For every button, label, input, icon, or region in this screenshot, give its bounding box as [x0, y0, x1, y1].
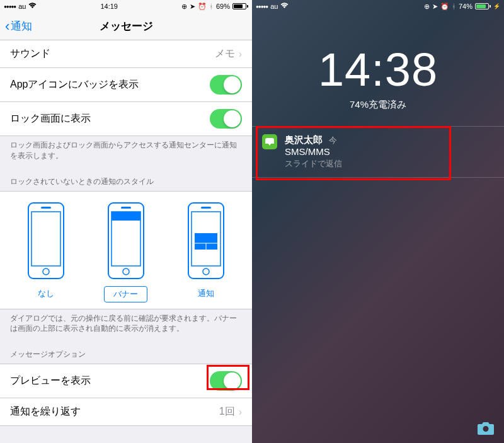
chevron-left-icon: ‹: [5, 18, 9, 35]
style-none-label: なし: [29, 286, 63, 301]
preview-label: プレビューを表示: [10, 374, 91, 388]
svg-rect-3: [41, 207, 51, 209]
charging-icon: ⚡: [493, 3, 500, 9]
battery-pct: 74%: [459, 3, 472, 10]
preview-toggle[interactable]: [210, 371, 242, 391]
alarm-icon: ⏰: [440, 3, 449, 11]
messages-icon: [262, 134, 277, 149]
svg-rect-15: [201, 207, 211, 209]
notif-time: 今: [329, 135, 337, 145]
sound-label: サウンド: [10, 47, 50, 60]
cell-lockscreen[interactable]: ロック画面に表示: [0, 102, 252, 136]
notif-hint: スライドで返信: [285, 158, 342, 170]
lock-screen: ●●●●● au ⊕ ➤ ⏰ ᚼ 74% ⚡ 14:38 74%充電済み: [252, 0, 504, 443]
badge-label: Appアイコンにバッジを表示: [10, 78, 139, 91]
page-title: メッセージ: [0, 19, 252, 33]
location-icon: ➤: [190, 3, 195, 11]
svg-rect-8: [121, 207, 131, 209]
svg-rect-1: [32, 212, 60, 266]
svg-rect-0: [28, 203, 64, 279]
msg-opts-header: メッセージオプション: [0, 340, 252, 364]
style-footer: ダイアログでは、元の操作に戻る前に確認が要求されます。バナーは画面の上部に表示さ…: [0, 309, 252, 341]
cell-badge[interactable]: Appアイコンにバッジを表示: [0, 68, 252, 102]
settings-screen: ●●●●● au 14:19 ⊕ ➤ ⏰ ᚼ 69% ‹ 通知 メッセージ サウ…: [0, 0, 252, 443]
svg-rect-6: [112, 212, 140, 221]
style-none[interactable]: なし: [23, 200, 69, 302]
battery-icon: [232, 3, 248, 9]
style-alert[interactable]: 通知: [183, 200, 229, 302]
style-banner-label: バナー: [104, 286, 147, 302]
notification[interactable]: 奥沢太郎 今 SMS/MMS スライドで返信: [252, 126, 504, 178]
lock-time: 14:38: [252, 43, 504, 96]
signal-dots: ●●●●●: [4, 4, 16, 9]
charging-label: 74%充電済み: [252, 99, 504, 111]
repeat-label: 通知を繰り返す: [10, 405, 81, 418]
lockscreen-label: ロック画面に表示: [10, 112, 91, 125]
cell-preview[interactable]: プレビューを表示: [0, 364, 252, 398]
location-icon: ➤: [432, 3, 438, 11]
back-label: 通知: [11, 19, 32, 33]
cell-sound[interactable]: サウンド メモ ›: [0, 40, 252, 68]
repeat-value: 1回: [219, 405, 235, 418]
chevron-right-icon: ›: [239, 406, 242, 418]
signal-dots: ●●●●●: [256, 4, 268, 9]
camera-icon[interactable]: [476, 420, 495, 435]
bluetooth-icon: ᚼ: [209, 3, 214, 10]
style-alert-label: 通知: [189, 286, 223, 301]
bluetooth-icon: ᚼ: [452, 3, 456, 10]
alert-style-picker: なし バナー 通知: [0, 191, 252, 309]
battery-icon: [475, 3, 491, 9]
badge-toggle[interactable]: [210, 75, 242, 95]
back-button[interactable]: ‹ 通知: [0, 18, 32, 35]
carrier-label: au: [18, 3, 26, 10]
lockscreen-toggle[interactable]: [210, 109, 242, 129]
alarm-icon: ⏰: [198, 3, 207, 11]
lockscreen-footer: ロック画面およびロック画面からアクセスする通知センターに通知を表示します。: [0, 136, 252, 168]
svg-point-14: [203, 268, 209, 275]
svg-point-7: [123, 268, 129, 275]
nav-bar: ‹ 通知 メッセージ: [0, 13, 252, 40]
style-banner[interactable]: バナー: [103, 200, 149, 302]
sound-value: メモ: [215, 47, 235, 60]
rotation-lock-icon: ⊕: [424, 3, 430, 11]
rotation-lock-icon: ⊕: [181, 3, 187, 11]
notif-sub: SMS/MMS: [285, 146, 342, 157]
chevron-right-icon: ›: [239, 49, 242, 60]
svg-point-2: [43, 268, 49, 275]
wifi-icon: [28, 3, 37, 10]
cell-repeat[interactable]: 通知を繰り返す 1回 ›: [0, 398, 252, 426]
battery-pct: 69%: [216, 3, 230, 10]
wifi-icon: [280, 3, 289, 10]
status-time: 14:19: [37, 3, 181, 10]
style-header: ロックされていないときの通知のスタイル: [0, 168, 252, 191]
status-bar: ●●●●● au ⊕ ➤ ⏰ ᚼ 74% ⚡: [252, 0, 504, 13]
notif-sender: 奥沢太郎: [285, 134, 323, 145]
carrier-label: au: [270, 3, 278, 10]
status-bar: ●●●●● au 14:19 ⊕ ➤ ⏰ ᚼ 69%: [0, 0, 252, 13]
